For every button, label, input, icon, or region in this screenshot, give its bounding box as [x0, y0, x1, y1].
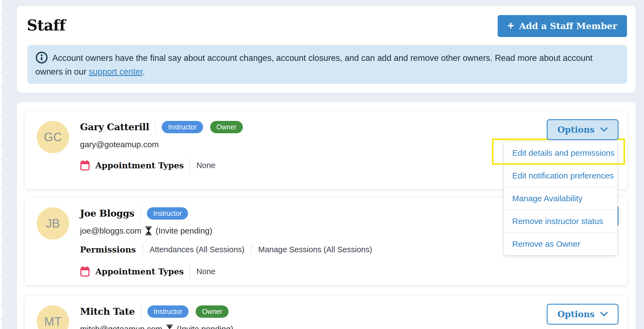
- permission-item: Attendances (All Sessions): [150, 245, 245, 254]
- menu-item-remove-instructor-status[interactable]: Remove instructor status: [504, 210, 617, 232]
- invite-pending-status: (Invite pending): [156, 226, 212, 236]
- instructor-badge: Instructor: [147, 207, 188, 220]
- divider: [155, 120, 156, 134]
- appointment-types-label: Appointment Types: [95, 267, 184, 276]
- menu-item-remove-as-owner[interactable]: Remove as Owner: [504, 232, 617, 255]
- staff-name: Mitch Tate: [80, 306, 135, 317]
- staff-email: gary@goteamup.com: [80, 140, 159, 149]
- calendar-icon: [80, 266, 90, 277]
- page-title: Staff: [27, 17, 65, 33]
- appointment-types-value: None: [196, 267, 215, 276]
- options-button-gary[interactable]: Options: [547, 119, 619, 140]
- avatar: MT: [37, 305, 69, 329]
- owner-badge: Owner: [196, 305, 229, 318]
- info-icon: [35, 51, 48, 64]
- add-staff-member-label: Add a Staff Member: [519, 21, 617, 31]
- options-button-mitch[interactable]: Options: [547, 304, 619, 325]
- staff-email: mitch@goteamup.com: [80, 324, 163, 329]
- left-edge-ruler: [0, 0, 2, 329]
- divider: [143, 243, 143, 256]
- alert-text-suffix: .: [143, 67, 145, 76]
- options-dropdown-menu: Edit details and permissions Edit notifi…: [504, 141, 617, 256]
- divider: [189, 263, 190, 279]
- permission-item: Manage Sessions (All Sessions): [258, 245, 372, 254]
- staff-name: Gary Catterill: [80, 121, 149, 132]
- divider: [140, 207, 141, 220]
- divider: [189, 157, 190, 173]
- instructor-badge: Instructor: [147, 305, 189, 318]
- staff-header-panel: Staff + Add a Staff Member Account owner…: [17, 6, 636, 93]
- chevron-down-icon: [600, 312, 608, 317]
- staff-email: joe@bloggs.com: [80, 226, 141, 236]
- menu-item-manage-availability[interactable]: Manage Availability: [504, 187, 617, 210]
- appointment-types-value: None: [196, 161, 215, 170]
- menu-item-edit-details-and-permissions[interactable]: Edit details and permissions: [504, 141, 617, 164]
- hourglass-icon: [166, 324, 173, 329]
- chevron-down-icon: [600, 127, 608, 132]
- avatar: JB: [37, 207, 69, 240]
- invite-pending-status: (Invite pending): [177, 324, 233, 329]
- options-label: Options: [557, 125, 594, 135]
- owner-badge: Owner: [210, 121, 243, 133]
- account-owners-info-alert: Account owners have the final say about …: [27, 45, 627, 84]
- staff-name: Joe Bloggs: [80, 208, 134, 219]
- menu-item-edit-notification-preferences[interactable]: Edit notification preferences: [504, 164, 617, 187]
- plus-icon: +: [508, 20, 514, 31]
- staff-row-mitch-tate: MT Mitch Tate Instructor Owner mitch@got…: [25, 296, 627, 329]
- add-staff-member-button[interactable]: + Add a Staff Member: [498, 15, 627, 37]
- appointment-types-label: Appointment Types: [95, 161, 184, 170]
- instructor-badge: Instructor: [162, 121, 203, 133]
- divider: [251, 243, 252, 256]
- permissions-label: Permissions: [80, 245, 136, 254]
- support-center-link[interactable]: support center: [89, 67, 143, 76]
- hourglass-icon: [145, 226, 152, 236]
- options-label: Options: [557, 309, 594, 319]
- calendar-icon: [80, 160, 90, 171]
- divider: [141, 305, 141, 318]
- avatar: GC: [37, 121, 69, 153]
